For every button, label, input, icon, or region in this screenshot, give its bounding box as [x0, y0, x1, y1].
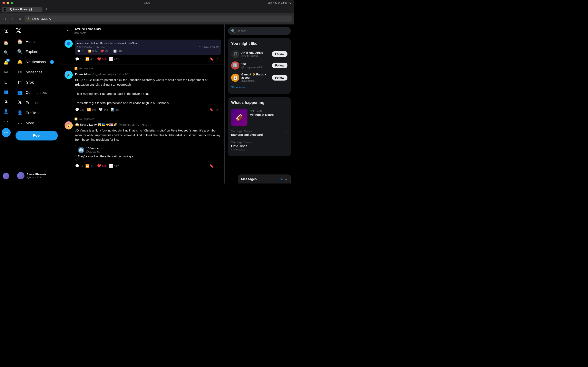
trend-more-btn-little-justin[interactable]: ···: [285, 141, 287, 144]
address-bar[interactable]: 🔒 x.com/Havok777: [25, 16, 292, 22]
tweet-author-name-brian[interactable]: Brian Allen: [75, 72, 91, 76]
suggest-handle-1st: @douglasramell1: [241, 66, 270, 69]
trend-more-btn-bathurst[interactable]: ···: [285, 130, 287, 133]
new-tab-button[interactable]: +: [43, 7, 50, 12]
sidebar-item-home[interactable]: 🏠 Home: [14, 37, 60, 46]
tweet-author-avatar-scary[interactable]: 😱: [65, 121, 73, 129]
trend-name-bathurst: Bathurst and Sheppard: [231, 133, 263, 136]
reply-stat[interactable]: 💬 15: [75, 56, 85, 62]
messages-float-panel[interactable]: Messages ✏ ∧: [238, 175, 291, 184]
embedded-avatar-jd: 👔: [78, 147, 84, 153]
messages-collapse-icon[interactable]: ∧: [285, 177, 287, 181]
trend-item-little-justin[interactable]: Trending in Canada Little Justin 4,445 p…: [231, 139, 287, 153]
tweet-date-value-brian: Nov 18: [118, 72, 128, 76]
post-button[interactable]: Post: [16, 131, 58, 141]
suggest-item-gambit[interactable]: 🃏 Gambit 🌻 Parody accou @Gambit41 Follow: [231, 71, 287, 84]
suggest-item-anti-records[interactable]: 🎵 ANTI RECORDS @AntiRecords Follow: [231, 48, 287, 60]
sidebar-item-premium[interactable]: Premium: [14, 98, 60, 108]
messages-icon: ✉: [17, 69, 22, 75]
share-icon-brian: ↗: [216, 108, 219, 111]
sidebar-x-logo[interactable]: [12, 26, 61, 36]
embedded-more-btn-jd[interactable]: ···: [212, 147, 218, 153]
nav-communities-icon[interactable]: 👥: [2, 87, 11, 96]
retweet-stat[interactable]: 🔁 431: [85, 56, 97, 62]
bookmark-stat-brian[interactable]: 🔖: [209, 107, 216, 112]
communities-icon: 👥: [17, 90, 22, 95]
nav-profile-icon[interactable]: 👤: [2, 107, 11, 116]
follow-button-1st[interactable]: Follow: [272, 63, 287, 68]
post-button-small[interactable]: ✏: [2, 128, 11, 137]
back-button[interactable]: ‹: [2, 16, 8, 22]
sidebar-item-explore[interactable]: 🔍 Explore: [14, 47, 60, 57]
quoted-retweet-count: 🔁 365: [88, 50, 96, 53]
nav-home-icon[interactable]: 🏠: [2, 38, 11, 47]
x-logo[interactable]: [2, 27, 11, 36]
tweet-more-menu-scary[interactable]: ···: [215, 121, 221, 128]
sidebar-item-notifications[interactable]: 🔔 Notifications 19: [14, 57, 60, 67]
user-avatar-small[interactable]: [3, 173, 9, 179]
retweet-stat-brian[interactable]: 🔁 356: [87, 107, 99, 112]
follow-button-anti[interactable]: Follow: [272, 51, 287, 57]
bookmark-stat-scary[interactable]: 🔖: [209, 163, 216, 169]
nav-explore-icon[interactable]: 🔍: [2, 48, 11, 57]
embedded-screenshot: never seen before! Dr. Janette Neishewat…: [75, 40, 221, 55]
messages-compose-icon[interactable]: ✏: [281, 177, 283, 181]
retweet-count: 431: [90, 58, 95, 60]
tweet-more-menu-brian[interactable]: ···: [215, 71, 221, 77]
reply-stat-brian[interactable]: 💬 163: [75, 107, 87, 112]
like-stat-scary[interactable]: ❤️ 558: [97, 163, 109, 169]
close-button[interactable]: [2, 2, 5, 4]
view-stat-brian[interactable]: 📊 21K: [111, 107, 122, 112]
sidebar-user-menu[interactable]: Azure Phoenix @Havok777 ⋯: [14, 170, 60, 182]
forward-button[interactable]: ›: [10, 16, 16, 22]
active-tab[interactable]: 𝕏 (19) Azure Phoenix (@Havok7... ✕: [2, 7, 43, 12]
nav-grok-icon[interactable]: ◻: [2, 77, 11, 86]
view-stat[interactable]: 📊 4.9K: [109, 56, 122, 62]
tweet-author-handle-brian[interactable]: @allenanalysis: [95, 72, 116, 76]
share-stat[interactable]: ↗: [216, 56, 221, 62]
reply-stat-scary[interactable]: 💬 15: [75, 163, 85, 169]
close-tab-icon[interactable]: ✕: [38, 8, 40, 11]
tweet-card-scary-larry[interactable]: 🔁 You reposted 😱 😱 Scary Larry 😱🇺🇦🤜🇺🇸🌈 @…: [61, 115, 224, 171]
bookmark-stat[interactable]: 🔖: [209, 56, 216, 62]
suggest-avatar-1st: 1️⃣: [231, 61, 239, 69]
show-more-link[interactable]: Show more: [231, 84, 287, 91]
tweet-stats-brian: 💬 163 🔁 356 🤍 842 📊: [75, 107, 221, 112]
sidebar-item-messages[interactable]: ✉ Messages: [14, 67, 60, 77]
sidebar-item-profile[interactable]: 👤 Profile: [14, 108, 60, 118]
quoted-likes: 1.3k Likes: [94, 46, 105, 49]
sidebar-item-more[interactable]: ⋯ More: [14, 118, 60, 128]
search-input[interactable]: [237, 29, 287, 33]
nav-messages-icon[interactable]: ✉: [2, 68, 11, 77]
share-stat-scary[interactable]: ↗: [216, 163, 221, 169]
suggest-item-1st[interactable]: 1️⃣ 1ST @douglasramell1 Follow: [231, 60, 287, 71]
like-stat[interactable]: ❤️ 558: [97, 56, 109, 62]
nav-more-icon[interactable]: ⋯: [2, 117, 11, 125]
tweet-card-brian[interactable]: 🔁 You reposted 🎤 Brian Allen ✓ @allenana…: [61, 64, 224, 115]
tweet-author-avatar-brian[interactable]: 🎤: [65, 71, 73, 79]
trend-item-vikings[interactable]: 🏈 NFL · LIVE Vikings at Bears: [231, 107, 287, 128]
reload-button[interactable]: ↺: [17, 16, 23, 22]
trend-meta-little-justin: Trending in Canada: [231, 141, 252, 144]
tweet-author-name-scary[interactable]: 😱 Scary Larry 😱🇺🇦🤜🇺🇸🌈: [75, 123, 117, 126]
sidebar-item-label-notifications: Notifications: [26, 60, 46, 64]
like-stat-brian[interactable]: 🤍 842: [99, 107, 111, 112]
share-stat-brian[interactable]: ↗: [216, 107, 221, 112]
embedded-jd-vance-tweet[interactable]: 👔 JD Vance ✓ @JDVance ··· They're attack…: [75, 144, 221, 161]
follow-button-gambit[interactable]: Follow: [272, 75, 287, 81]
trend-item-bathurst[interactable]: Trending in Canada Bathurst and Sheppard…: [231, 128, 287, 139]
tweet-card-previous[interactable]: 🔵 never seen before! Dr. Janette Neishew…: [61, 37, 224, 64]
trend-name-little-justin: Little Justin: [231, 144, 252, 148]
nav-premium-icon[interactable]: [2, 97, 11, 106]
minimize-button[interactable]: [7, 2, 9, 4]
nav-notifications-icon[interactable]: 🔔 19: [2, 58, 11, 67]
like-count: 558: [102, 58, 107, 60]
sidebar-item-communities[interactable]: 👥 Communities: [14, 88, 60, 97]
view-stat-scary[interactable]: 📊 4.9K: [109, 163, 122, 169]
sidebar-item-grok[interactable]: ◻ Grok: [14, 78, 60, 87]
retweet-stat-scary[interactable]: 🔁 431: [85, 163, 97, 169]
maximize-button[interactable]: [11, 2, 13, 4]
tweet-author-handle-scary[interactable]: @aintscarylarry: [118, 123, 139, 126]
search-box[interactable]: 🔍: [228, 27, 291, 35]
back-button[interactable]: ←: [65, 27, 72, 34]
